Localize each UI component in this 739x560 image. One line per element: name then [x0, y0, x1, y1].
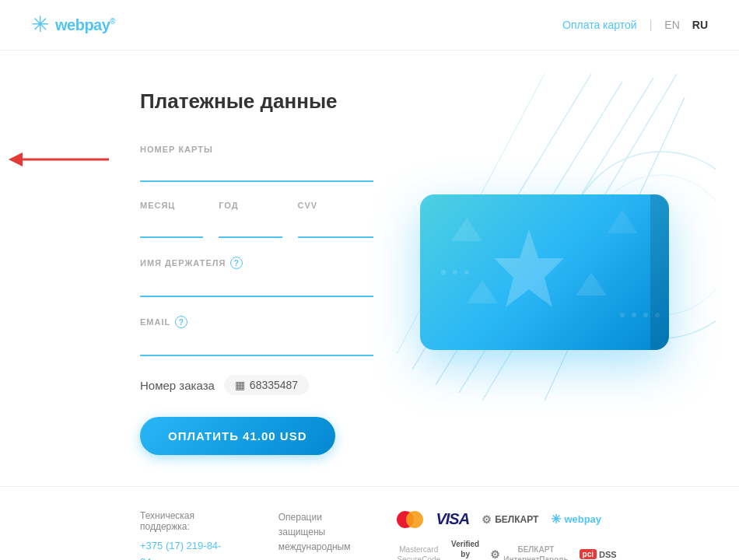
svg-point-18	[620, 313, 625, 317]
belkart-gear-icon: ⚙	[482, 513, 492, 526]
mastercard-logo	[397, 511, 423, 528]
svg-point-19	[632, 313, 636, 317]
order-label: Номер заказа	[140, 379, 215, 392]
logo: ✳ webpay®	[31, 14, 115, 36]
svg-marker-13	[467, 280, 498, 303]
email-group: EMAIL ?	[140, 316, 373, 356]
svg-point-16	[453, 270, 457, 275]
svg-marker-11	[451, 218, 482, 241]
holder-label: ИМЯ ДЕРЖАТЕЛЯ ?	[140, 257, 373, 269]
main-content: Платежные данные НОМЕР КАРТЫ МЕСЯЦ ГОД C…	[0, 51, 739, 486]
webpay-star-icon: ✳	[551, 512, 561, 527]
holder-input[interactable]	[140, 275, 373, 297]
logo-wordmark: webpay®	[55, 16, 115, 34]
mastercard-securecode-label: MastercardSecureCode	[397, 544, 440, 561]
page-title: Платежные данные	[140, 89, 373, 114]
month-input[interactable]	[140, 216, 203, 238]
year-input[interactable]	[219, 216, 282, 238]
year-label: ГОД	[219, 201, 282, 210]
belkart-internet-label: ⚙ БЕЛКАРТИнтернетПароль	[490, 544, 568, 561]
belkart-sub-text: БЕЛКАРТИнтернетПароль	[503, 544, 568, 561]
header-nav: Оплата картой | EN RU	[562, 19, 708, 31]
logos-bottom-row: MastercardSecureCode Verified byVISA ⚙ Б…	[397, 539, 616, 560]
lang-en-button[interactable]: EN	[664, 19, 679, 31]
payment-logos: VISA ⚙ БЕЛКАРТ ✳ webpay MastercardSecure…	[397, 510, 616, 560]
card-pattern	[420, 194, 669, 350]
payment-form: Платежные данные НОМЕР КАРТЫ МЕСЯЦ ГОД C…	[140, 89, 373, 455]
svg-marker-14	[607, 210, 638, 233]
header: ✳ webpay® Оплата картой | EN RU	[0, 0, 739, 51]
webpay-footer-logo: ✳ webpay	[551, 512, 601, 527]
lang-divider: |	[650, 19, 653, 31]
footer: Техническая поддержка: +375 (17) 219-84-…	[0, 486, 739, 560]
svg-point-17	[464, 270, 469, 275]
visa-logo: VISA	[436, 510, 469, 528]
pay-button[interactable]: ОПЛАТИТЬ 41.00 USD	[140, 417, 335, 455]
payment-method-link[interactable]: Оплата картой	[562, 19, 637, 31]
verified-visa-label: Verified byVISA	[451, 539, 479, 560]
month-label: МЕСЯЦ	[140, 201, 203, 210]
svg-marker-12	[576, 272, 607, 296]
year-group: ГОД	[219, 201, 282, 238]
belkart-gear-icon-2: ⚙	[490, 548, 500, 561]
cvv-label: CVV	[298, 201, 374, 210]
security-col: Операции защищены международным стандарт…	[278, 510, 351, 560]
support-col: Техническая поддержка: +375 (17) 219-84-…	[140, 510, 232, 560]
order-icon: ▦	[235, 379, 245, 391]
holder-help-icon[interactable]: ?	[230, 257, 243, 269]
cvv-group: CVV	[298, 201, 374, 238]
svg-marker-10	[494, 229, 564, 307]
card-number-input[interactable]	[140, 160, 373, 182]
order-row: Номер заказа ▦ 68335487	[140, 375, 373, 395]
logo-icon: ✳	[31, 14, 49, 36]
support-title: Техническая поддержка:	[140, 510, 232, 532]
arrow-annotation	[8, 144, 109, 178]
holder-group: ИМЯ ДЕРЖАТЕЛЯ ?	[140, 257, 373, 297]
lang-ru-button[interactable]: RU	[692, 19, 708, 31]
svg-point-15	[441, 270, 446, 275]
mastercard-icon	[397, 511, 423, 528]
card-visual-section	[420, 89, 669, 455]
pci-shield-icon: pci	[580, 549, 597, 559]
card-stripe	[650, 194, 669, 350]
belkart-logo: ⚙ БЕЛКАРТ	[482, 513, 538, 526]
logos-top-row: VISA ⚙ БЕЛКАРТ ✳ webpay	[397, 510, 601, 528]
cvv-input[interactable]	[298, 216, 374, 238]
order-badge: ▦ 68335487	[224, 375, 309, 395]
credit-card	[420, 194, 669, 350]
email-input[interactable]	[140, 334, 373, 356]
svg-point-20	[643, 313, 648, 317]
month-group: МЕСЯЦ	[140, 201, 203, 238]
pci-dss-badge: pci DSS	[580, 549, 617, 559]
order-number: 68335487	[250, 379, 298, 391]
email-help-icon[interactable]: ?	[175, 316, 187, 328]
support-phone-link[interactable]: +375 (17) 219-84-34	[140, 538, 232, 560]
email-label: EMAIL ?	[140, 316, 373, 328]
card-number-label: НОМЕР КАРТЫ	[140, 145, 373, 154]
expiry-cvv-row: МЕСЯЦ ГОД CVV	[140, 201, 373, 238]
card-number-group: НОМЕР КАРТЫ	[140, 145, 373, 182]
security-text: Операции защищены международным стандарт…	[278, 510, 351, 560]
